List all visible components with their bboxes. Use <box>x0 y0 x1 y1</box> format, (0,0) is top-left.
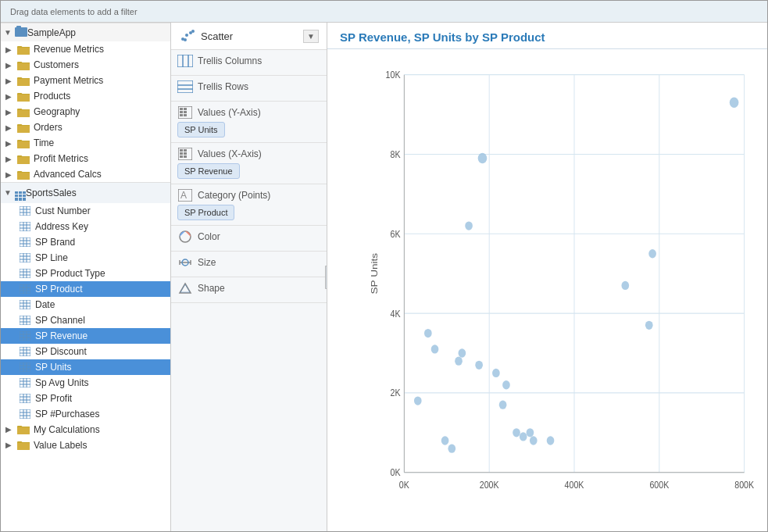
svg-point-143 <box>424 329 432 337</box>
sports-sales-icon <box>15 185 26 201</box>
icon-date <box>18 299 32 310</box>
svg-point-156 <box>520 432 527 441</box>
sidebar-item-customers[interactable]: ▶ Customers <box>1 57 170 73</box>
sidebar-app-root[interactable]: ▼ SampleApp <box>1 23 170 41</box>
svg-rect-4 <box>17 79 30 86</box>
shelf-label-category-points: Category (Points) <box>198 190 270 201</box>
svg-rect-66 <box>20 378 30 387</box>
sidebar: ▼ SampleApp ▶ Revenue Metrics ▶ Customer… <box>1 23 171 531</box>
shelf-trellis-rows[interactable]: Trellis Rows <box>171 76 327 102</box>
shelf-size[interactable]: Size <box>171 252 327 277</box>
icon-sp-line <box>18 252 32 263</box>
chart-title: SP Revenue, SP Units by SP Product <box>327 23 767 49</box>
shelf-trellis-columns[interactable]: Trellis Columns <box>171 50 327 76</box>
svg-rect-95 <box>180 108 183 110</box>
sidebar-item-sp-revenue[interactable]: SP Revenue <box>1 328 170 344</box>
svg-point-160 <box>621 281 629 290</box>
svg-rect-41 <box>20 300 30 309</box>
shelf-shape[interactable]: Shape <box>171 277 327 303</box>
chart-type-selector[interactable]: Scatter ▼ <box>171 23 327 50</box>
svg-rect-3 <box>17 63 30 70</box>
label-sp-brand: SP Brand <box>35 237 75 248</box>
sidebar-item-date[interactable]: Date <box>1 297 170 312</box>
sidebar-item-time[interactable]: ▶ Time <box>1 135 170 151</box>
sidebar-item-sp-product-type[interactable]: SP Product Type <box>1 266 170 281</box>
sidebar-sports-sales[interactable]: ▼ SportsSales <box>1 182 170 203</box>
scatter-plot: 0K2K4K6K8K10K0K200K400K600K800KSP Units <box>366 57 759 508</box>
shelf-pill-values-x-axis[interactable]: SP Revenue <box>177 163 240 179</box>
svg-text:0K: 0K <box>399 480 409 490</box>
sidebar-item-sp-channel[interactable]: SP Channel <box>1 312 170 328</box>
shelf-label-trellis-columns: Trellis Columns <box>198 55 262 66</box>
main-area: ▼ SampleApp ▶ Revenue Metrics ▶ Customer… <box>1 23 767 531</box>
sidebar-item-profit-metrics[interactable]: ▶ Profit Metrics <box>1 151 170 166</box>
icon-sp-product <box>18 284 32 295</box>
svg-rect-71 <box>20 394 30 403</box>
label-sp-discount: SP Discount <box>35 346 87 357</box>
icon-sp-units <box>18 362 32 373</box>
arrow-orders: ▶ <box>5 123 16 132</box>
svg-rect-102 <box>180 149 183 152</box>
sidebar-item-sp-discount[interactable]: SP Discount <box>1 344 170 359</box>
svg-rect-88 <box>177 55 193 67</box>
sidebar-item-value-labels[interactable]: ▶ Value Labels <box>1 437 170 453</box>
svg-point-150 <box>475 361 483 370</box>
icon-cust-number <box>18 205 32 216</box>
sidebar-item-advanced-calcs[interactable]: ▶ Advanced Calcs <box>1 166 170 182</box>
filter-bar[interactable]: Drag data elements to add a filter <box>1 1 767 23</box>
label-cust-number: Cust Number <box>35 205 91 216</box>
svg-point-158 <box>530 436 538 445</box>
arrow-revenue-metrics: ▶ <box>5 45 16 54</box>
label-payment-metrics: Payment Metrics <box>34 75 103 86</box>
icon-revenue-metrics <box>16 44 30 55</box>
svg-rect-16 <box>20 222 30 231</box>
icon-sp-brand <box>18 237 32 248</box>
sidebar-item-products[interactable]: ▶ Products <box>1 88 170 104</box>
svg-rect-91 <box>177 80 193 93</box>
shelf-values-x-axis[interactable]: Values (X-Axis) SP Revenue <box>171 143 327 184</box>
sidebar-item-sp-avg-units[interactable]: Sp Avg Units <box>1 375 170 391</box>
svg-point-86 <box>191 30 195 33</box>
shelf-color[interactable]: Color <box>171 226 327 252</box>
icon-sp-discount <box>18 346 32 357</box>
icon-advanced-calcs <box>16 169 30 180</box>
sidebar-item-orders[interactable]: ▶ Orders <box>1 120 170 135</box>
svg-rect-56 <box>20 347 30 356</box>
chart-type-dropdown[interactable]: ▼ <box>303 30 319 43</box>
sidebar-item-sp-brand[interactable]: SP Brand <box>1 234 170 250</box>
svg-rect-76 <box>20 409 30 419</box>
svg-point-159 <box>547 436 555 445</box>
shelf-pill-values-y-axis[interactable]: SP Units <box>177 122 225 137</box>
svg-rect-46 <box>20 316 30 325</box>
sidebar-item-sp-line[interactable]: SP Line <box>1 250 170 266</box>
shelf-values-y-axis[interactable]: Values (Y-Axis) SP Units <box>171 102 327 143</box>
chart-area: SP Revenue, SP Units by SP Product 0K2K4… <box>327 23 767 531</box>
arrow-profit-metrics: ▶ <box>5 155 16 163</box>
sidebar-item-payment-metrics[interactable]: ▶ Payment Metrics <box>1 73 170 88</box>
shelf-label-trellis-rows: Trellis Rows <box>198 81 248 92</box>
sidebar-item-revenue-metrics[interactable]: ▶ Revenue Metrics <box>1 41 170 57</box>
sidebar-item-sp-units[interactable]: SP Units <box>1 359 170 375</box>
svg-text:200K: 200K <box>480 480 499 490</box>
label-sp-channel: SP Channel <box>35 315 85 326</box>
svg-point-157 <box>527 428 534 437</box>
sidebar-item-geography[interactable]: ▶ Geography <box>1 104 170 120</box>
shelf-category-points[interactable]: A Category (Points) SP Product <box>171 184 327 226</box>
shelf-label-color: Color <box>198 231 220 242</box>
shelf-icon-values-x-axis <box>177 148 193 160</box>
arrow-payment-metrics: ▶ <box>5 77 16 85</box>
svg-rect-96 <box>180 111 183 113</box>
sidebar-item-sp-purchases[interactable]: SP #Purchases <box>1 406 170 422</box>
svg-rect-104 <box>180 155 183 158</box>
sidebar-item-address-key[interactable]: Address Key <box>1 219 170 234</box>
sidebar-item-cust-number[interactable]: Cust Number <box>1 203 170 219</box>
svg-rect-2 <box>17 48 30 55</box>
svg-text:4K: 4K <box>391 309 401 319</box>
svg-point-87 <box>184 38 187 41</box>
shelf-pill-category-points[interactable]: SP Product <box>177 205 234 220</box>
shelf-title-trellis-rows: Trellis Rows <box>177 80 320 93</box>
sidebar-item-sp-product[interactable]: SP Product <box>1 281 170 297</box>
sidebar-item-sp-profit[interactable]: SP Profit <box>1 391 170 406</box>
sidebar-item-my-calculations[interactable]: ▶ My Calculations <box>1 422 170 437</box>
svg-rect-31 <box>20 269 30 278</box>
